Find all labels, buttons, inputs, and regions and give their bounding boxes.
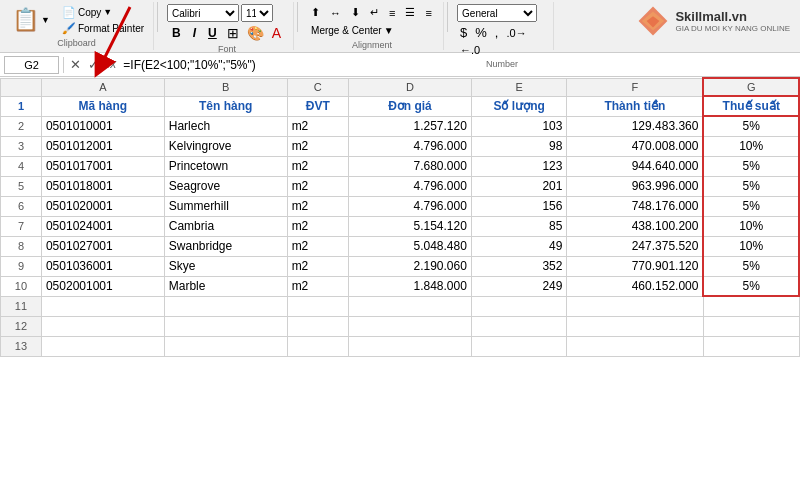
cell-r7-c2[interactable]: m2 [287,216,348,236]
underline-button[interactable]: U [203,24,222,42]
cell-r5-c2[interactable]: m2 [287,176,348,196]
empty-cell-r13-c6[interactable] [703,336,799,356]
formula-input[interactable] [123,58,796,72]
cell-r3-c2[interactable]: m2 [287,136,348,156]
cell-r8-c1[interactable]: Swanbridge [164,236,287,256]
empty-cell-r11-c0[interactable] [41,296,164,316]
copy-button[interactable]: 📄 Copy ▼ [59,5,147,20]
header-cell-3[interactable]: Đơn giá [349,96,472,116]
cell-r5-c4[interactable]: 201 [471,176,567,196]
empty-cell-r12-c4[interactable] [471,316,567,336]
empty-cell-r12-c2[interactable] [287,316,348,336]
cell-r3-c1[interactable]: Kelvingrove [164,136,287,156]
cell-r9-c2[interactable]: m2 [287,256,348,276]
empty-cell-r11-c5[interactable] [567,296,703,316]
col-header-b[interactable]: B [164,78,287,96]
cancel-formula-icon[interactable]: ✕ [68,57,83,72]
cell-r6-c1[interactable]: Summerhill [164,196,287,216]
cell-r10-c3[interactable]: 1.848.000 [349,276,472,296]
cell-r2-c4[interactable]: 103 [471,116,567,136]
cell-r4-c5[interactable]: 944.640.000 [567,156,703,176]
empty-cell-r12-c0[interactable] [41,316,164,336]
cell-r6-c2[interactable]: m2 [287,196,348,216]
cell-r10-c0[interactable]: 0502001001 [41,276,164,296]
cell-r3-c4[interactable]: 98 [471,136,567,156]
cell-r7-c0[interactable]: 0501024001 [41,216,164,236]
cell-r2-c3[interactable]: 1.257.120 [349,116,472,136]
font-family-select[interactable]: Calibri [167,4,239,22]
align-center-button[interactable]: ☰ [401,4,419,21]
align-bottom-button[interactable]: ⬇ [347,4,364,21]
cell-r9-c6[interactable]: 5% [703,256,799,276]
cell-r8-c6[interactable]: 10% [703,236,799,256]
cell-r4-c2[interactable]: m2 [287,156,348,176]
increase-decimal-button[interactable]: .0→ [503,26,529,40]
cell-r9-c3[interactable]: 2.190.060 [349,256,472,276]
cell-r9-c1[interactable]: Skye [164,256,287,276]
name-box[interactable] [4,56,59,74]
cell-r4-c4[interactable]: 123 [471,156,567,176]
italic-button[interactable]: I [188,24,201,42]
empty-cell-r11-c6[interactable] [703,296,799,316]
cell-r5-c5[interactable]: 963.996.000 [567,176,703,196]
cell-r8-c3[interactable]: 5.048.480 [349,236,472,256]
empty-cell-r13-c4[interactable] [471,336,567,356]
align-top-button[interactable]: ⬆ [307,4,324,21]
header-cell-6[interactable]: Thuế suất [703,96,799,116]
cell-r10-c6[interactable]: 5% [703,276,799,296]
cell-r10-c5[interactable]: 460.152.000 [567,276,703,296]
cell-r10-c2[interactable]: m2 [287,276,348,296]
cell-r6-c4[interactable]: 156 [471,196,567,216]
number-format-select[interactable]: General [457,4,537,22]
cell-r4-c1[interactable]: Princetown [164,156,287,176]
cell-r8-c2[interactable]: m2 [287,236,348,256]
merge-center-button[interactable]: Merge & Center ▼ [307,23,398,38]
decrease-decimal-button[interactable]: ←.0 [457,43,483,57]
cell-r4-c6[interactable]: 5% [703,156,799,176]
confirm-formula-icon[interactable]: ✓ [86,57,101,72]
fill-color-button[interactable]: 🎨 [244,24,267,42]
cell-r2-c6[interactable]: 5% [703,116,799,136]
cell-r7-c6[interactable]: 10% [703,216,799,236]
cell-r10-c4[interactable]: 249 [471,276,567,296]
cell-r2-c5[interactable]: 129.483.360 [567,116,703,136]
cell-r8-c0[interactable]: 0501027001 [41,236,164,256]
empty-cell-r11-c3[interactable] [349,296,472,316]
percent-button[interactable]: % [472,24,490,41]
cell-r9-c5[interactable]: 770.901.120 [567,256,703,276]
cell-r7-c4[interactable]: 85 [471,216,567,236]
cell-r5-c0[interactable]: 0501018001 [41,176,164,196]
cell-r5-c1[interactable]: Seagrove [164,176,287,196]
cell-r7-c1[interactable]: Cambria [164,216,287,236]
empty-cell-r12-c6[interactable] [703,316,799,336]
cell-r4-c3[interactable]: 7.680.000 [349,156,472,176]
col-header-e[interactable]: E [471,78,567,96]
cell-r3-c3[interactable]: 4.796.000 [349,136,472,156]
cell-r2-c0[interactable]: 0501010001 [41,116,164,136]
cell-r4-c0[interactable]: 0501017001 [41,156,164,176]
empty-cell-r13-c0[interactable] [41,336,164,356]
cell-r3-c6[interactable]: 10% [703,136,799,156]
col-header-a[interactable]: A [41,78,164,96]
cell-r6-c5[interactable]: 748.176.000 [567,196,703,216]
cell-r6-c0[interactable]: 0501020001 [41,196,164,216]
cell-r9-c0[interactable]: 0501036001 [41,256,164,276]
format-painter-button[interactable]: 🖌️ Format Painter [59,21,147,36]
cell-r7-c5[interactable]: 438.100.200 [567,216,703,236]
align-right-button[interactable]: ≡ [421,5,435,21]
cell-r5-c3[interactable]: 4.796.000 [349,176,472,196]
cell-r6-c3[interactable]: 4.796.000 [349,196,472,216]
empty-cell-r12-c5[interactable] [567,316,703,336]
cell-r10-c1[interactable]: Marble [164,276,287,296]
empty-cell-r12-c3[interactable] [349,316,472,336]
cell-r3-c0[interactable]: 0501012001 [41,136,164,156]
col-header-d[interactable]: D [349,78,472,96]
paste-button[interactable]: 📋 ▼ [6,5,56,35]
empty-cell-r13-c1[interactable] [164,336,287,356]
cell-r8-c4[interactable]: 49 [471,236,567,256]
cell-r7-c3[interactable]: 5.154.120 [349,216,472,236]
currency-button[interactable]: $ [457,24,470,41]
header-cell-5[interactable]: Thành tiền [567,96,703,116]
empty-cell-r12-c1[interactable] [164,316,287,336]
bold-button[interactable]: B [167,24,186,42]
